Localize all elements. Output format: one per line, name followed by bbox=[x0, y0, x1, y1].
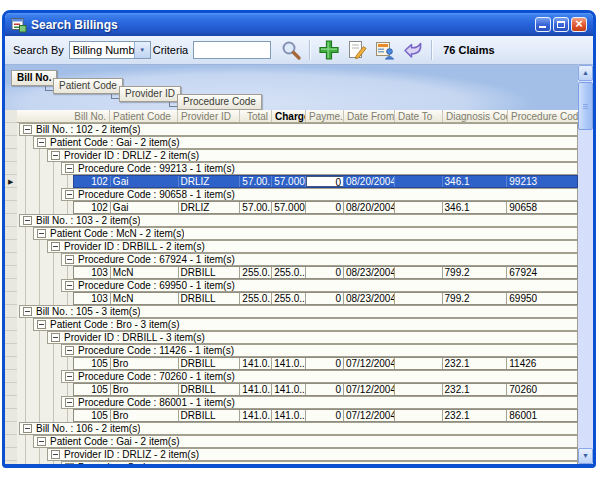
cell-bill-no[interactable]: 105 bbox=[74, 358, 111, 369]
criteria-input[interactable] bbox=[193, 41, 271, 59]
group-row[interactable]: Patient Code : Gai - 2 item(s) bbox=[33, 136, 578, 149]
cell-charges[interactable]: 141.0... bbox=[272, 358, 306, 369]
search-icon[interactable] bbox=[279, 38, 303, 62]
data-row[interactable]: 103McNDRBILL255.0...255.0...008/23/20047… bbox=[73, 266, 578, 279]
column-header-provider-id[interactable]: Provider ID bbox=[178, 110, 240, 122]
group-row[interactable]: Provider ID : DRBILL - 3 item(s) bbox=[47, 331, 578, 344]
column-header-total[interactable]: Total bbox=[240, 110, 272, 122]
group-row[interactable]: Provider ID : DRLIZ - 2 item(s) bbox=[47, 149, 578, 162]
group-row[interactable]: Procedure Code : 86001 - 1 item(s) bbox=[61, 396, 578, 409]
cell-patient-code[interactable]: Bro bbox=[111, 384, 179, 395]
cell-payme[interactable]: 0 bbox=[306, 384, 344, 395]
cell-payme[interactable]: 0 bbox=[306, 202, 344, 213]
group-box-bill-no[interactable]: Bill No. bbox=[11, 70, 57, 86]
cell-diagnosis-code[interactable]: 346.1 bbox=[443, 202, 508, 213]
cell-charges[interactable]: 255.0... bbox=[272, 293, 306, 304]
cell-charges[interactable]: 57.0000 bbox=[272, 202, 306, 213]
cell-provider-id[interactable]: DRLIZ bbox=[179, 202, 241, 213]
cell-procedure-code[interactable]: 69950 bbox=[507, 293, 577, 304]
submit-arrow-icon[interactable] bbox=[401, 38, 425, 62]
group-row[interactable]: Procedure Code : 90658 - 1 item(s) bbox=[61, 188, 578, 201]
group-row[interactable]: Patient Code : Bro - 3 item(s) bbox=[33, 318, 578, 331]
cell-procedure-code[interactable]: 99213 bbox=[507, 176, 577, 187]
scroll-down-icon[interactable]: ▼ bbox=[578, 448, 593, 464]
column-header-patient-code[interactable]: Patient Code bbox=[110, 110, 178, 122]
cell-date-to[interactable] bbox=[395, 293, 443, 304]
collapse-icon[interactable] bbox=[65, 372, 74, 381]
cell-date-from[interactable]: 08/23/2004 bbox=[344, 293, 395, 304]
cell-diagnosis-code[interactable]: 346.1 bbox=[443, 176, 508, 187]
cell-total[interactable]: 57.00... bbox=[240, 202, 272, 213]
cell-payme[interactable]: 0 bbox=[306, 267, 344, 278]
cell-date-to[interactable] bbox=[395, 176, 443, 187]
data-row[interactable]: 103McNDRBILL255.0...255.0...008/23/20047… bbox=[73, 292, 578, 305]
cell-charges[interactable]: 141.0... bbox=[272, 384, 306, 395]
group-box-procedure-code[interactable]: Procedure Code bbox=[177, 94, 262, 110]
data-row[interactable]: 105BroDRBILL141.0...141.0...007/12/20042… bbox=[73, 409, 578, 422]
edit-icon[interactable] bbox=[345, 38, 369, 62]
cell-date-to[interactable] bbox=[395, 384, 443, 395]
report-icon[interactable] bbox=[373, 38, 397, 62]
group-row[interactable]: Bill No. : 102 - 2 item(s) bbox=[19, 123, 578, 136]
collapse-icon[interactable] bbox=[65, 398, 74, 407]
collapse-icon[interactable] bbox=[65, 281, 74, 290]
cell-date-to[interactable] bbox=[395, 202, 443, 213]
cell-patient-code[interactable]: Bro bbox=[111, 410, 179, 421]
cell-provider-id[interactable]: DRBILL bbox=[179, 384, 241, 395]
cell-patient-code[interactable]: Gai bbox=[111, 202, 179, 213]
scrollbar-thumb[interactable] bbox=[578, 82, 593, 130]
cell-procedure-code[interactable]: 86001 bbox=[507, 410, 577, 421]
cell-date-from[interactable]: 07/12/2004 bbox=[344, 358, 395, 369]
close-button[interactable] bbox=[571, 17, 587, 32]
vertical-scrollbar[interactable]: ▲ ▼ bbox=[578, 65, 593, 464]
group-row[interactable]: Patient Code : Gai - 2 item(s) bbox=[33, 435, 578, 448]
cell-bill-no[interactable]: 105 bbox=[74, 384, 111, 395]
cell-procedure-code[interactable]: 11426 bbox=[507, 358, 577, 369]
cell-provider-id[interactable]: DRLIZ bbox=[179, 176, 241, 187]
cell-payme[interactable]: 0 bbox=[306, 410, 344, 421]
cell-diagnosis-code[interactable]: 232.1 bbox=[443, 410, 508, 421]
column-header-procedure-code[interactable]: Procedure Code bbox=[508, 110, 578, 122]
data-row[interactable]: 105BroDRBILL141.0...141.0...007/12/20042… bbox=[73, 383, 578, 396]
column-header-date-from[interactable]: Date From bbox=[344, 110, 395, 122]
cell-total[interactable]: 141.0... bbox=[240, 358, 272, 369]
group-row[interactable]: Bill No. : 103 - 2 item(s) bbox=[19, 214, 578, 227]
group-row[interactable]: Bill No. : 105 - 3 item(s) bbox=[19, 305, 578, 318]
collapse-icon[interactable] bbox=[23, 307, 32, 316]
group-row[interactable]: Provider ID : DRBILL - 2 item(s) bbox=[47, 240, 578, 253]
collapse-icon[interactable] bbox=[23, 424, 32, 433]
minimize-button[interactable] bbox=[535, 17, 551, 32]
cell-provider-id[interactable]: DRBILL bbox=[179, 293, 241, 304]
group-row[interactable]: Patient Code : McN - 2 item(s) bbox=[33, 227, 578, 240]
collapse-icon[interactable] bbox=[51, 151, 60, 160]
cell-diagnosis-code[interactable]: 799.2 bbox=[443, 293, 508, 304]
column-header-bill-no[interactable]: Bill No. bbox=[17, 110, 110, 122]
cell-provider-id[interactable]: DRBILL bbox=[179, 410, 241, 421]
collapse-icon[interactable] bbox=[37, 229, 46, 238]
group-row[interactable]: Procedure Code : 69950 - 1 item(s) bbox=[61, 279, 578, 292]
collapse-icon[interactable] bbox=[65, 255, 74, 264]
cell-patient-code[interactable]: McN bbox=[111, 293, 179, 304]
collapse-icon[interactable] bbox=[51, 450, 60, 459]
cell-patient-code[interactable]: Bro bbox=[111, 358, 179, 369]
cell-procedure-code[interactable]: 67924 bbox=[507, 267, 577, 278]
cell-bill-no[interactable]: 103 bbox=[74, 293, 111, 304]
group-row[interactable]: Procedure Code : 11426 - 1 item(s) bbox=[61, 344, 578, 357]
cell-procedure-code[interactable]: 90658 bbox=[507, 202, 577, 213]
collapse-icon[interactable] bbox=[23, 216, 32, 225]
collapse-icon[interactable] bbox=[37, 320, 46, 329]
scroll-up-icon[interactable]: ▲ bbox=[578, 65, 593, 81]
cell-bill-no[interactable]: 103 bbox=[74, 267, 111, 278]
collapse-icon[interactable] bbox=[37, 437, 46, 446]
cell-charges[interactable]: 141.0... bbox=[272, 410, 306, 421]
group-row[interactable]: Procedure Code : 67924 - 1 item(s) bbox=[61, 253, 578, 266]
payment-edit-cell[interactable]: 0 bbox=[306, 176, 344, 187]
collapse-icon[interactable] bbox=[65, 164, 74, 173]
column-header-charges[interactable]: Charges bbox=[272, 110, 306, 122]
collapse-icon[interactable] bbox=[65, 190, 74, 199]
collapse-icon[interactable] bbox=[51, 242, 60, 251]
cell-date-to[interactable] bbox=[395, 267, 443, 278]
cell-payme[interactable]: 0 bbox=[306, 358, 344, 369]
cell-payme[interactable]: 0 bbox=[306, 293, 344, 304]
cell-charges[interactable]: 255.0... bbox=[272, 267, 306, 278]
